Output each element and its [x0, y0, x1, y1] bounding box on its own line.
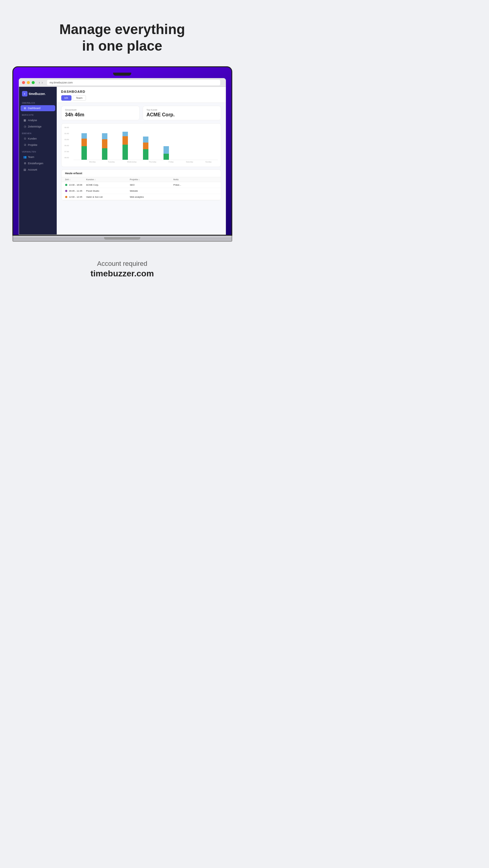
row-indicator-1	[65, 184, 67, 186]
bar-blue	[143, 136, 148, 143]
bar-stack-monday	[82, 133, 87, 160]
bar-stack-thursday	[143, 136, 148, 160]
sidebar-item-kunden[interactable]: ① Kunden	[21, 135, 55, 142]
browser-topbar: ‹ › my.timebuzzer.com	[19, 79, 226, 87]
bar-green	[82, 146, 87, 160]
bar-orange	[82, 138, 87, 146]
chart-area: 09:00 07:00 05:00 03:00 01:00 00:00	[64, 127, 218, 163]
row-client-2: Pixxel Studio	[86, 190, 130, 192]
team-icon: 👥	[24, 156, 27, 158]
sidebar-item-einstellungen[interactable]: ⚙ Einstellungen	[21, 160, 55, 166]
stats-row: Gesamtzeit 34h 46m Top Kunde ACME Corp.	[57, 103, 226, 123]
minimize-dot[interactable]	[27, 81, 30, 84]
bar-blue	[122, 132, 128, 136]
laptop-screen: ‹ › my.timebuzzer.com t timeBuzzer.	[12, 66, 232, 236]
bar-saturday	[177, 127, 196, 160]
laptop-base	[12, 236, 232, 242]
chart-bars-wrapper: Monday Tuesday Wednesday Thursday Friday…	[74, 127, 218, 163]
table-row: 12:00 - 12:45 Vader & Son Ltd Web analyt…	[61, 194, 221, 200]
footer-subtitle: Account required	[90, 260, 154, 268]
app-logo: t timeBuzzer.	[19, 90, 57, 99]
sidebar-item-account[interactable]: ▤ Account	[21, 167, 55, 173]
bar-green	[102, 148, 107, 160]
table-title: Heute erfasst	[61, 170, 221, 177]
row-project-1: SEO	[130, 184, 173, 186]
stat-label-topkunde: Top Kunde	[147, 108, 217, 111]
bar-tuesday	[95, 127, 114, 160]
sidebar-item-projekte[interactable]: ② Projekte	[21, 142, 55, 148]
account-icon: ▤	[24, 168, 27, 171]
laptop-illustration: ‹ › my.timebuzzer.com t timeBuzzer.	[0, 66, 244, 242]
bar-stack-tuesday	[102, 133, 107, 160]
bar-blue	[164, 146, 169, 154]
close-dot[interactable]	[22, 81, 25, 84]
hero-title: Manage everything in one place	[59, 21, 185, 54]
row-project-3: Web analytics	[130, 195, 173, 198]
bar-green	[143, 149, 148, 160]
sidebar-item-team[interactable]: 👥 Team	[21, 154, 55, 160]
url-bar[interactable]: my.timebuzzer.com	[47, 80, 220, 85]
row-time-1: 13:30 - 16:06	[65, 184, 86, 186]
stat-card-gesamtzeit: Gesamtzeit 34h 46m	[61, 106, 140, 120]
footer-section: Account required timebuzzer.com	[79, 260, 166, 297]
table-row: 13:30 - 16:06 ACME Corp. SEO Präse...	[61, 182, 221, 188]
sidebar-item-zeiteintraege[interactable]: ◷ Zeiteinträge	[21, 124, 55, 130]
forward-button[interactable]: ›	[41, 80, 43, 85]
row-indicator-3	[65, 196, 67, 198]
browser-nav: ‹ ›	[39, 80, 43, 85]
row-client-3: Vader & Son Ltd	[86, 195, 130, 198]
sidebar-section-ebenen: EBENEN	[19, 130, 57, 135]
chart-x-labels: Monday Tuesday Wednesday Thursday Friday…	[74, 160, 218, 163]
bar-stack-friday	[164, 146, 169, 160]
stat-value-gesamtzeit: 34h 46m	[65, 112, 136, 118]
sidebar-item-dashboard[interactable]: ⊞ Dashboard	[21, 105, 55, 111]
row-client-1: ACME Corp.	[86, 184, 130, 186]
bar-wednesday	[116, 127, 135, 160]
time-entries-table: Heute erfasst Zeit ↕ Kunden ↕ Projekte ↕…	[61, 169, 221, 200]
bar-stack-wednesday	[122, 132, 128, 160]
row-project-2: Website	[130, 190, 173, 192]
bar-blue	[82, 133, 87, 138]
stat-card-topkunde: Top Kunde ACME Corp.	[143, 106, 221, 120]
bar-friday	[157, 127, 176, 160]
sidebar-item-analyse[interactable]: ▦ Analyse	[21, 117, 55, 123]
chart-y-labels: 09:00 07:00 05:00 03:00 01:00 00:00	[64, 127, 73, 163]
main-content: DASHBOARD Ich Team Gesamtzeit 34h 46m	[57, 87, 226, 235]
laptop-hinge	[104, 237, 140, 240]
stat-value-topkunde: ACME Corp.	[147, 112, 217, 118]
dashboard-icon: ⊞	[24, 107, 27, 110]
col-header-client: Kunden ↕	[86, 179, 130, 181]
bar-sunday	[198, 127, 217, 160]
tab-ich[interactable]: Ich	[61, 95, 71, 101]
analyse-icon: ▦	[24, 119, 27, 122]
table-row: 09:45 - 11:45 Pixxel Studio Website	[61, 188, 221, 194]
maximize-dot[interactable]	[32, 81, 35, 84]
laptop: ‹ › my.timebuzzer.com t timeBuzzer.	[12, 66, 232, 242]
tab-group: Ich Team	[61, 95, 221, 101]
laptop-notch	[113, 73, 131, 76]
row-notes-1: Präse...	[173, 184, 217, 186]
logo-icon: t	[22, 91, 27, 96]
back-button[interactable]: ‹	[39, 80, 40, 85]
sidebar-section-uberblick: ÜBERBLICK	[19, 99, 57, 105]
bar-green	[122, 145, 128, 160]
row-indicator-2	[65, 190, 67, 192]
settings-icon: ⚙	[24, 162, 27, 165]
bar-orange	[102, 139, 107, 148]
col-header-time: Zeit ↕	[65, 179, 86, 181]
tab-team[interactable]: Team	[73, 95, 86, 101]
footer-domain: timebuzzer.com	[90, 269, 154, 278]
bar-orange	[143, 143, 148, 149]
hero-section: Manage everything in one place	[47, 21, 197, 54]
col-header-notes: Notiz	[173, 179, 217, 181]
kunden-icon: ①	[24, 137, 27, 140]
col-header-project: Projekte ↕	[130, 179, 173, 181]
bar-orange	[122, 136, 128, 145]
bar-green	[164, 154, 169, 160]
app-layout: t timeBuzzer. ÜBERBLICK ⊞ Dashboard BERI…	[19, 87, 226, 235]
chart-bars	[74, 127, 218, 160]
table-header: Zeit ↕ Kunden ↕ Projekte ↕ Notiz	[61, 177, 221, 182]
bar-blue	[102, 133, 107, 139]
projekte-icon: ②	[24, 144, 27, 147]
time-icon: ◷	[24, 125, 27, 128]
